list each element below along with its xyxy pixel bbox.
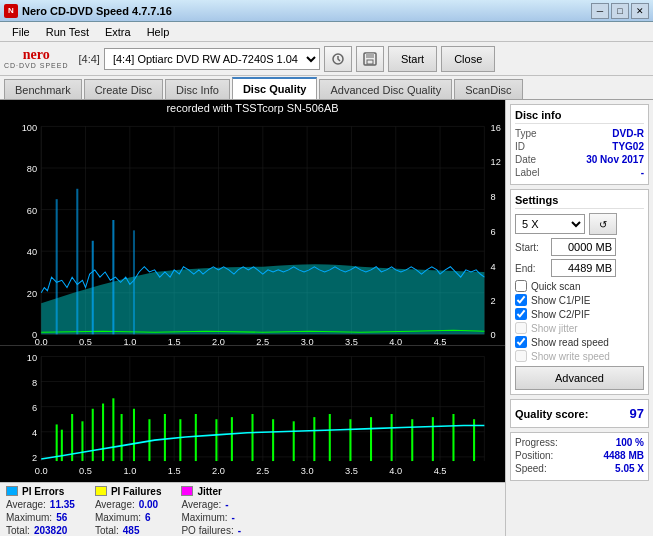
toolbar-save-btn[interactable]	[356, 46, 384, 72]
tab-disc-info[interactable]: Disc Info	[165, 79, 230, 99]
show-c1pie-label: Show C1/PIE	[531, 295, 590, 306]
show-c1pie-checkbox[interactable]	[515, 294, 527, 306]
nero-logo: nero CD·DVD SPEED	[4, 48, 69, 69]
svg-text:8: 8	[32, 377, 37, 387]
svg-rect-3	[367, 60, 373, 64]
upper-chart-svg: 100 80 60 40 20 0 16 12 8 6 4 2 0 0.0	[0, 116, 505, 345]
svg-text:2: 2	[491, 296, 496, 306]
svg-text:0.5: 0.5	[79, 337, 92, 345]
legend-jitter-po: PO failures: -	[181, 525, 241, 536]
quality-score-value: 97	[630, 406, 644, 421]
show-c2pif-label: Show C2/PIF	[531, 309, 590, 320]
svg-text:16: 16	[491, 123, 501, 133]
svg-text:3.5: 3.5	[345, 337, 358, 345]
toolbar: nero CD·DVD SPEED [4:4] [4:4] Optiarc DV…	[0, 42, 653, 76]
start-row: Start:	[515, 238, 644, 256]
window-title: Nero CD-DVD Speed 4.7.7.16	[22, 5, 172, 17]
tab-create-disc[interactable]: Create Disc	[84, 79, 163, 99]
show-write-speed-label: Show write speed	[531, 351, 610, 362]
speed-refresh-btn[interactable]: ↺	[589, 213, 617, 235]
chart-area: recorded with TSSTcorp SN-506AB	[0, 100, 505, 536]
svg-text:1.0: 1.0	[123, 337, 136, 345]
pi-errors-swatch	[6, 486, 18, 496]
title-bar-left: N Nero CD-DVD Speed 4.7.7.16	[4, 4, 172, 18]
speed-selector[interactable]: 5 X	[515, 214, 585, 234]
speed-row: 5 X ↺	[515, 213, 644, 235]
jitter-swatch	[181, 486, 193, 496]
advanced-button[interactable]: Advanced	[515, 366, 644, 390]
speed-row: Speed: 5.05 X	[515, 463, 644, 474]
quality-row: Quality score: 97	[515, 404, 644, 423]
menu-file[interactable]: File	[4, 24, 38, 40]
legend-pi-failures-title: PI Failures	[95, 486, 162, 497]
close-button[interactable]: Close	[441, 46, 495, 72]
show-read-speed-checkbox[interactable]	[515, 336, 527, 348]
show-jitter-checkbox	[515, 322, 527, 334]
legend-pi-errors-max: Maximum: 56	[6, 512, 75, 523]
svg-text:2.0: 2.0	[212, 337, 225, 345]
svg-text:0.5: 0.5	[79, 465, 92, 475]
tab-disc-quality[interactable]: Disc Quality	[232, 77, 318, 99]
minimize-button[interactable]: ─	[591, 3, 609, 19]
svg-text:2.5: 2.5	[256, 337, 269, 345]
show-write-speed-checkbox	[515, 350, 527, 362]
chart-lower: 10 8 6 4 2 0.0 0.5 1.0 1.5 2.0 2.5 3.0 3…	[0, 346, 505, 482]
start-input[interactable]	[551, 238, 616, 256]
show-c2pif-row: Show C2/PIF	[515, 308, 644, 320]
svg-text:4.0: 4.0	[389, 465, 402, 475]
toolbar-icon-btn1[interactable]	[324, 46, 352, 72]
title-bar: N Nero CD-DVD Speed 4.7.7.16 ─ □ ✕	[0, 0, 653, 22]
svg-text:3.0: 3.0	[301, 465, 314, 475]
tab-benchmark[interactable]: Benchmark	[4, 79, 82, 99]
maximize-button[interactable]: □	[611, 3, 629, 19]
legend-pi-failures-avg: Average: 0.00	[95, 499, 162, 510]
svg-text:2.0: 2.0	[212, 465, 225, 475]
svg-text:4: 4	[32, 428, 37, 438]
title-bar-controls: ─ □ ✕	[591, 3, 649, 19]
legend-pi-errors: PI Errors Average: 11.35 Maximum: 56 Tot…	[6, 486, 75, 536]
disc-info-section: Disc info Type DVD-R ID TYG02 Date 30 No…	[510, 104, 649, 185]
chart-upper: 100 80 60 40 20 0 16 12 8 6 4 2 0 0.0	[0, 116, 505, 346]
tab-advanced-disc-quality[interactable]: Advanced Disc Quality	[319, 79, 452, 99]
progress-section: Progress: 100 % Position: 4488 MB Speed:…	[510, 432, 649, 481]
quick-scan-checkbox[interactable]	[515, 280, 527, 292]
start-button[interactable]: Start	[388, 46, 437, 72]
svg-text:4.0: 4.0	[389, 337, 402, 345]
legend-jitter-max: Maximum: -	[181, 512, 241, 523]
main-content: recorded with TSSTcorp SN-506AB	[0, 100, 653, 536]
disc-label-row: Label -	[515, 167, 644, 178]
menu-extra[interactable]: Extra	[97, 24, 139, 40]
show-c1pie-row: Show C1/PIE	[515, 294, 644, 306]
drive-selector[interactable]: [4:4] Optiarc DVD RW AD-7240S 1.04	[104, 48, 320, 70]
svg-text:1.0: 1.0	[123, 465, 136, 475]
nero-brand-text: nero	[23, 48, 50, 62]
svg-rect-2	[366, 53, 374, 58]
menu-run-test[interactable]: Run Test	[38, 24, 97, 40]
legend-pi-errors-title: PI Errors	[6, 486, 75, 497]
window-close-button[interactable]: ✕	[631, 3, 649, 19]
show-jitter-label: Show jitter	[531, 323, 578, 334]
legend-jitter-avg: Average: -	[181, 499, 241, 510]
show-jitter-row: Show jitter	[515, 322, 644, 334]
svg-text:40: 40	[27, 247, 37, 257]
legend-pi-failures-total: Total: 485	[95, 525, 162, 536]
disc-id-row: ID TYG02	[515, 141, 644, 152]
chart-container: 100 80 60 40 20 0 16 12 8 6 4 2 0 0.0	[0, 116, 505, 482]
svg-text:4: 4	[491, 262, 496, 272]
svg-text:4.5: 4.5	[434, 337, 447, 345]
disc-type-row: Type DVD-R	[515, 128, 644, 139]
svg-text:0.0: 0.0	[35, 337, 48, 345]
show-read-speed-label: Show read speed	[531, 337, 609, 348]
show-write-speed-row: Show write speed	[515, 350, 644, 362]
show-read-speed-row: Show read speed	[515, 336, 644, 348]
svg-text:6: 6	[491, 226, 496, 236]
chart-title: recorded with TSSTcorp SN-506AB	[0, 100, 505, 116]
show-c2pif-checkbox[interactable]	[515, 308, 527, 320]
svg-text:0.0: 0.0	[35, 465, 48, 475]
end-input[interactable]	[551, 259, 616, 277]
svg-text:3.0: 3.0	[301, 337, 314, 345]
svg-text:1.5: 1.5	[168, 465, 181, 475]
tab-scandisc[interactable]: ScanDisc	[454, 79, 522, 99]
menu-help[interactable]: Help	[139, 24, 178, 40]
lower-chart-svg: 10 8 6 4 2 0.0 0.5 1.0 1.5 2.0 2.5 3.0 3…	[0, 346, 505, 482]
